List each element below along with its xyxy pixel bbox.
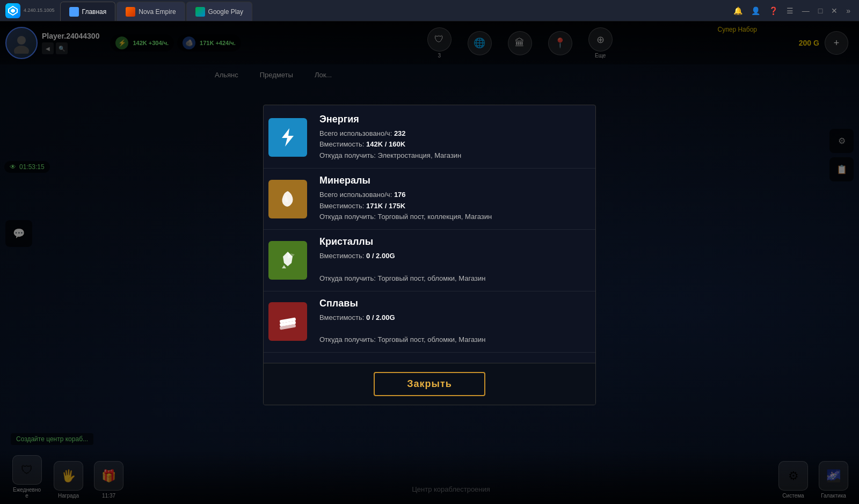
game-area: Player.24044300 ◀ 🔍 ⚡ 142K +304/ч. 🪨 171… [0,21,859,504]
tab-gplay[interactable]: Google Play [186,2,252,21]
bluestacks-icon [5,3,20,18]
minerals-content: Минералы Всего использовано/ч: 176 Вмест… [312,169,595,229]
notification-icon[interactable]: 🔔 [731,4,745,17]
modal-overlay: Энергия Всего использовано/ч: 232 Вмести… [0,21,859,504]
more-icon[interactable]: » [844,4,853,17]
gplay-tab-icon [195,7,205,17]
crystals-detail: Вместимость: 0 / 2.00G Откуда получить: … [319,251,588,284]
alloys-title: Сплавы [319,298,588,309]
tab-home-label: Главная [82,8,107,16]
energy-detail: Всего использовано/ч: 232 Вместимость: 1… [319,128,588,162]
crystals-icon-box [264,230,312,290]
list-item: Энергия Всего использовано/ч: 232 Вмести… [264,107,595,169]
nova-tab-icon [126,7,135,17]
svg-marker-1 [11,9,15,13]
alloys-content: Сплавы Вместимость: 0 / 2.00G Откуда пол… [312,291,595,352]
maximize-icon[interactable]: □ [816,4,825,17]
list-item: Минералы Всего использовано/ч: 176 Вмест… [264,169,595,230]
list-item: Осмотреть Шансы осмотра: 6 / 8 [264,353,595,362]
svg-marker-8 [282,265,286,268]
titlebar-controls: 🔔 👤 ❓ ☰ — □ ✕ » [725,4,859,17]
minerals-detail: Всего использовано/ч: 176 Вместимость: 1… [319,189,588,223]
alloys-detail: Вместимость: 0 / 2.00G Откуда получить: … [319,312,588,346]
scout-content: Осмотреть Шансы осмотра: 6 / 8 [312,353,595,362]
scout-icon-box [264,353,312,362]
list-item: Кристаллы Вместимость: 0 / 2.00G Откуда … [264,230,595,291]
list-item: Сплавы Вместимость: 0 / 2.00G Откуда пол… [264,291,595,353]
alloys-icon-box [264,291,312,352]
minimize-icon[interactable]: — [800,4,812,17]
svg-marker-4 [282,128,294,147]
close-button[interactable]: Закрыть [374,372,485,396]
energy-content: Энергия Всего использовано/ч: 232 Вмести… [312,107,595,168]
minerals-icon-box [264,169,312,229]
crystals-content: Кристаллы Вместимость: 0 / 2.00G Откуда … [312,230,595,290]
close-icon[interactable]: ✕ [829,4,840,17]
energy-resource-icon [268,118,307,157]
energy-icon-box [264,107,312,168]
tabs-area: Главная Nova Empire Google Play [60,0,725,21]
minerals-title: Минералы [319,175,588,186]
modal-scroll-area[interactable]: Энергия Всего использовано/ч: 232 Вмести… [264,105,595,363]
alloys-resource-icon [268,302,307,341]
minerals-resource-icon [268,180,307,218]
help-icon[interactable]: ❓ [767,4,780,17]
home-tab-icon [69,7,79,17]
crystals-title: Кристаллы [319,236,588,247]
tab-nova[interactable]: Nova Empire [117,2,185,21]
bluestacks-logo: 4.240.15.1005 [0,3,60,18]
tab-gplay-label: Google Play [208,8,243,16]
bluestacks-version: 4.240.15.1005 [24,8,55,13]
resource-info-modal: Энергия Всего использовано/ч: 232 Вмести… [263,105,596,405]
crystals-resource-icon [268,241,307,280]
account-icon[interactable]: 👤 [749,4,762,17]
modal-footer: Закрыть [264,363,595,405]
tab-home[interactable]: Главная [60,2,116,21]
tab-nova-label: Nova Empire [139,8,176,16]
titlebar: 4.240.15.1005 Главная Nova Empire Google… [0,0,859,21]
energy-title: Энергия [319,114,588,125]
menu-icon[interactable]: ☰ [784,4,796,17]
